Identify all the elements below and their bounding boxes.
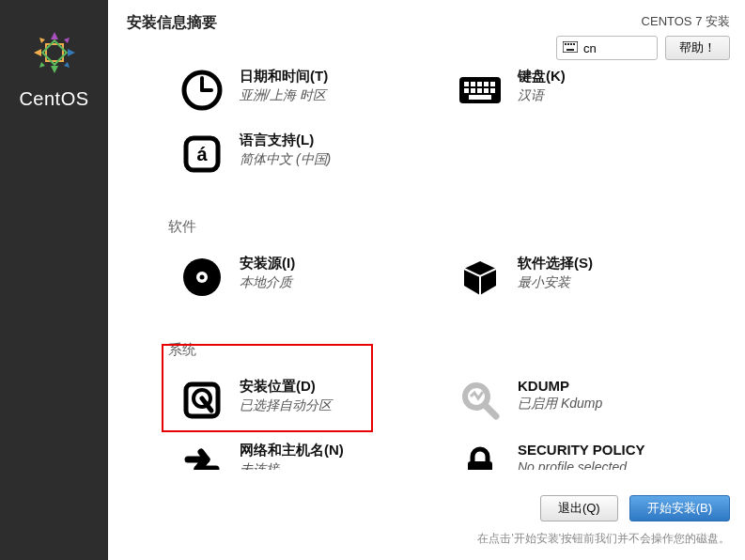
section-software-heading: 软件 — [168, 218, 726, 236]
footer: 退出(Q) 开始安装(B) 在点击'开始安装'按钮前我们并不会操作您的磁盘。 — [108, 486, 745, 560]
spoke-title: 安装源(I) — [240, 255, 295, 272]
product-label: CENTOS 7 安装 — [642, 13, 730, 30]
svg-text:á: á — [196, 144, 208, 164]
spoke-title: 语言支持(L) — [240, 132, 331, 149]
brand-text: CentOS — [19, 88, 88, 110]
svg-rect-19 — [477, 88, 482, 93]
begin-install-button[interactable]: 开始安装(B) — [629, 495, 730, 521]
spoke-title: 网络和主机名(N) — [240, 442, 344, 459]
svg-rect-22 — [469, 95, 491, 100]
spoke-title: 键盘(K) — [518, 68, 566, 86]
svg-rect-7 — [567, 49, 574, 51]
svg-rect-6 — [573, 43, 575, 45]
spoke-title: SECURITY POLICY — [518, 442, 645, 458]
help-button[interactable]: 帮助！ — [665, 36, 730, 60]
spoke-subtitle: 亚洲/上海 时区 — [240, 87, 328, 104]
spoke-title: 安装位置(D) — [240, 378, 332, 396]
quit-button[interactable]: 退出(Q) — [540, 495, 618, 521]
svg-rect-15 — [484, 82, 489, 86]
spoke-destination[interactable]: 安装位置(D) 已选择自动分区 — [127, 372, 405, 436]
section-system-heading: 系统 — [168, 341, 726, 359]
spoke-subtitle: No profile selected — [518, 459, 645, 470]
spoke-subtitle: 简体中文 (中国) — [240, 151, 331, 168]
spoke-security[interactable]: SECURITY POLICY No profile selected — [405, 436, 683, 470]
sidebar: CentOS — [0, 0, 108, 560]
network-icon — [179, 442, 225, 470]
package-icon — [458, 255, 503, 300]
page-title: 安装信息摘要 — [127, 13, 217, 33]
spoke-subtitle: 本地介质 — [240, 274, 295, 291]
lock-icon — [458, 442, 503, 470]
svg-rect-2 — [563, 41, 578, 53]
svg-rect-14 — [477, 82, 482, 86]
spoke-software-selection[interactable]: 软件选择(S) 最小安装 — [405, 249, 683, 313]
svg-rect-32 — [468, 461, 492, 470]
spoke-network[interactable]: 网络和主机名(N) 未连接 — [127, 436, 405, 470]
keyboard-layout-label: cn — [583, 41, 597, 55]
spoke-title: 软件选择(S) — [518, 255, 593, 272]
topbar: 安装信息摘要 CENTOS 7 安装 cn 帮助！ — [108, 0, 745, 66]
spoke-subtitle: 汉语 — [518, 87, 566, 104]
spoke-title: 日期和时间(T) — [240, 68, 328, 86]
centos-logo — [28, 26, 81, 83]
spoke-subtitle: 已选择自动分区 — [240, 397, 332, 414]
spoke-subtitle: 最小安装 — [518, 274, 593, 291]
svg-rect-5 — [570, 43, 572, 45]
svg-rect-3 — [565, 43, 567, 45]
keyboard-icon — [458, 68, 503, 113]
spoke-keyboard[interactable]: 键盘(K) 汉语 — [405, 66, 683, 126]
clock-icon — [179, 68, 225, 113]
disk-icon — [179, 378, 225, 423]
svg-rect-18 — [471, 88, 475, 93]
spoke-source[interactable]: 安装源(I) 本地介质 — [127, 249, 405, 313]
svg-point-27 — [200, 275, 205, 280]
svg-rect-12 — [464, 82, 469, 86]
spoke-kdump[interactable]: KDUMP 已启用 Kdump — [405, 372, 683, 436]
disc-icon — [179, 255, 225, 300]
svg-rect-4 — [567, 43, 569, 45]
svg-rect-16 — [490, 82, 495, 86]
content: 日期和时间(T) 亚洲/上海 时区 键盘(K) 汉语 á 语言支持(L) — [108, 66, 745, 470]
svg-rect-17 — [464, 88, 469, 93]
svg-rect-20 — [484, 88, 489, 93]
keyboard-indicator[interactable]: cn — [556, 36, 658, 60]
magnifier-icon — [458, 378, 503, 423]
svg-rect-13 — [471, 82, 475, 86]
spoke-subtitle: 未连接 — [240, 461, 344, 470]
spoke-datetime[interactable]: 日期和时间(T) 亚洲/上海 时区 — [127, 66, 405, 126]
spoke-title: KDUMP — [518, 378, 602, 394]
footer-note: 在点击'开始安装'按钮前我们并不会操作您的磁盘。 — [477, 531, 730, 547]
spoke-language[interactable]: á 语言支持(L) 简体中文 (中国) — [127, 126, 405, 190]
topbar-right: CENTOS 7 安装 cn 帮助！ — [556, 13, 730, 60]
svg-rect-21 — [490, 88, 495, 93]
keyboard-icon — [563, 41, 578, 55]
language-icon: á — [179, 132, 225, 177]
spoke-subtitle: 已启用 Kdump — [518, 396, 602, 412]
svg-line-31 — [485, 405, 496, 416]
main-area: 安装信息摘要 CENTOS 7 安装 cn 帮助！ 日 — [108, 0, 745, 560]
